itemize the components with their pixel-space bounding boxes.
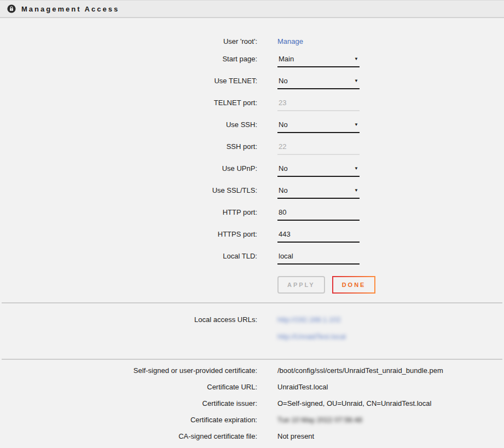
ca-cert-value: Not present: [277, 430, 314, 440]
field-label: User 'root':: [0, 36, 257, 45]
use-telnet-row: Use TELNET: No ▼: [0, 75, 504, 89]
cert-expiration-row: Certificate expiration: Tue 10 May 2022 …: [0, 414, 504, 424]
use-telnet-select[interactable]: No ▼: [277, 75, 360, 89]
field-label: Use SSH:: [0, 119, 257, 129]
use-ssl-select[interactable]: No ▼: [277, 185, 360, 199]
field-label: SSH port:: [0, 141, 257, 151]
start-page-row: Start page: Main ▼: [0, 53, 504, 67]
manage-link[interactable]: Manage: [277, 36, 303, 45]
use-ssh-row: Use SSH: No ▼: [0, 119, 504, 133]
field-label: Local TLD:: [0, 250, 257, 260]
chevron-down-icon: ▼: [354, 123, 358, 127]
select-value: No: [279, 77, 288, 85]
done-button[interactable]: DONE: [332, 276, 376, 294]
cert-url-row: Certificate URL: UnraidTest.local: [0, 381, 504, 391]
local-url-link[interactable]: http://192.168.1.102: [277, 314, 346, 324]
field-label: Self-signed or user-provided certificate…: [0, 365, 257, 375]
field-label: Certificate issuer:: [0, 398, 257, 407]
field-label: CA-signed certificate file:: [0, 430, 257, 440]
telnet-port-row: TELNET port:: [0, 97, 504, 111]
cert-issuer-value: O=Self-signed, OU=Unraid, CN=UnraidTest.…: [277, 398, 431, 407]
http-port-input[interactable]: [277, 206, 360, 221]
ssh-port-input[interactable]: [277, 141, 360, 155]
local-tld-input[interactable]: [277, 250, 360, 265]
chevron-down-icon: ▼: [354, 57, 358, 61]
cert-expiration-value: Tue 10 May 2022 07:56:48: [277, 414, 362, 424]
telnet-port-input[interactable]: [277, 97, 360, 111]
cert-file-row: Self-signed or user-provided certificate…: [0, 365, 504, 375]
page-header: Management Access: [0, 0, 504, 18]
local-tld-row: Local TLD:: [0, 250, 504, 265]
chevron-down-icon: ▼: [354, 188, 358, 193]
field-label: Certificate URL:: [0, 381, 257, 391]
http-port-row: HTTP port:: [0, 206, 504, 221]
field-label: Use TELNET:: [0, 75, 257, 85]
management-access-form: User 'root': Manage Start page: Main ▼ U…: [0, 18, 504, 294]
lock-icon: [7, 4, 16, 13]
https-port-input[interactable]: [277, 228, 360, 243]
local-url-link[interactable]: http://UnraidTest.local: [277, 331, 346, 341]
select-value: Main: [279, 55, 294, 63]
local-access-section: Local access URLs: http://192.168.1.102 …: [0, 303, 504, 359]
use-upnp-row: Use UPnP: No ▼: [0, 163, 504, 177]
start-page-select[interactable]: Main ▼: [277, 53, 360, 67]
field-label: Use UPnP:: [0, 163, 257, 173]
cert-file-value: /boot/config/ssl/certs/UnraidTest_unraid…: [277, 365, 443, 375]
field-label: Start page:: [0, 53, 257, 63]
select-value: No: [279, 120, 288, 129]
field-label: TELNET port:: [0, 97, 257, 107]
chevron-down-icon: ▼: [354, 166, 358, 171]
field-label: Local access URLs:: [0, 314, 257, 324]
select-value: No: [279, 164, 288, 173]
page-title: Management Access: [21, 5, 119, 13]
use-ssh-select[interactable]: No ▼: [277, 119, 360, 133]
ca-cert-row: CA-signed certificate file: Not present: [0, 430, 504, 440]
certificate-section: Self-signed or user-provided certificate…: [0, 360, 504, 448]
cert-url-value: UnraidTest.local: [277, 381, 328, 391]
select-value: No: [279, 186, 288, 194]
https-port-row: HTTPS port:: [0, 228, 504, 243]
field-label: Use SSL/TLS:: [0, 185, 257, 194]
field-label: HTTPS port:: [0, 228, 257, 238]
user-root-row: User 'root': Manage: [0, 36, 504, 45]
cert-issuer-row: Certificate issuer: O=Self-signed, OU=Un…: [0, 398, 504, 407]
field-label: Certificate expiration:: [0, 414, 257, 424]
chevron-down-icon: ▼: [354, 79, 358, 83]
field-label: HTTP port:: [0, 206, 257, 216]
apply-button[interactable]: APPLY: [277, 276, 325, 294]
ssh-port-row: SSH port:: [0, 141, 504, 155]
use-upnp-select[interactable]: No ▼: [277, 163, 360, 177]
use-ssl-row: Use SSL/TLS: No ▼: [0, 185, 504, 199]
